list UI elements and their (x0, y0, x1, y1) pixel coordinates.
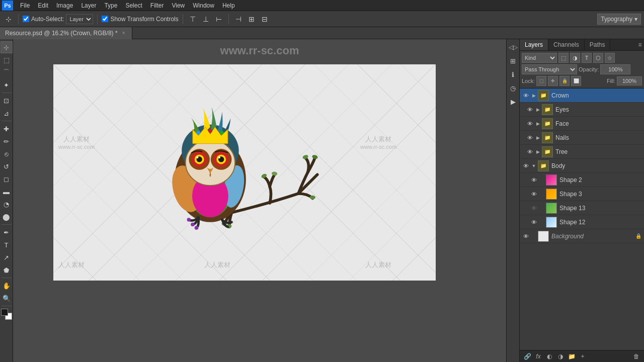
panel-collapse-icon[interactable]: ◁▷ (507, 41, 519, 53)
marquee-tool[interactable]: ⬚ (1, 54, 13, 66)
brush-tool[interactable]: ✏ (1, 135, 13, 147)
workspace-dropdown[interactable]: Typography ▾ (597, 14, 641, 25)
layer-item[interactable]: 👁 ▶ 📁 Crown (520, 88, 644, 103)
align-top-icon[interactable]: ⊤ (187, 14, 198, 25)
tab-layers[interactable]: Layers (520, 39, 548, 50)
layer-item[interactable]: 👁 ▶ 📁 Face (520, 117, 644, 131)
align-right-icon[interactable]: ⊟ (259, 14, 270, 25)
document-tab[interactable]: Resource.psd @ 16.2% (Crown, RGB/8) * × (0, 27, 132, 39)
document-tab-close[interactable]: × (121, 30, 127, 36)
layer-filter-dropdown[interactable]: Kind (522, 53, 557, 63)
filter-shape-icon[interactable]: ⬡ (593, 53, 603, 63)
eraser-tool[interactable]: ◻ (1, 173, 13, 185)
menu-select[interactable]: Select (121, 1, 146, 10)
panel-menu-button[interactable]: ≡ (636, 39, 644, 50)
history-brush-tool[interactable]: ↺ (1, 160, 13, 172)
color-swatches[interactable] (1, 309, 12, 320)
layer-add-btn[interactable]: + (578, 352, 587, 361)
menu-window[interactable]: Window (189, 1, 218, 10)
layer-item[interactable]: 👁 ▶ 📁 Nails (520, 131, 644, 145)
layer-item[interactable]: 👁 Background 🔒 (520, 229, 644, 243)
lock-artboard-btn[interactable]: ⬜ (571, 76, 581, 86)
blend-mode-dropdown[interactable]: Pass Through (522, 64, 577, 74)
fill-input[interactable] (617, 76, 642, 85)
dodge-tool[interactable]: ⬤ (1, 211, 13, 223)
layer-visibility-body[interactable]: 👁 (522, 162, 530, 170)
type-tool[interactable]: T (1, 239, 13, 251)
panel-actions-icon[interactable]: ▶ (507, 96, 519, 108)
path-select-tool[interactable]: ↗ (1, 251, 13, 263)
layer-item[interactable]: 👁 ▶ 📁 Tree (520, 145, 644, 159)
layer-item[interactable]: 👁 Shape 13 (520, 201, 644, 215)
layer-visibility-nails[interactable]: 👁 (526, 134, 534, 142)
layer-visibility-face[interactable]: 👁 (526, 120, 534, 128)
opacity-input[interactable] (600, 64, 630, 74)
zoom-tool[interactable]: 🔍 (1, 292, 13, 304)
menu-filter[interactable]: Filter (146, 1, 168, 10)
quick-select-tool[interactable]: ✦ (1, 79, 13, 91)
layer-item[interactable]: 👁 Shape 2 (520, 173, 644, 187)
hand-tool[interactable]: ✋ (1, 280, 13, 292)
eyedropper-tool[interactable]: ⊿ (1, 107, 13, 119)
layer-adjustment-btn[interactable]: ◑ (556, 352, 565, 361)
align-bottom-icon[interactable]: ⊢ (213, 14, 224, 25)
menu-edit[interactable]: Edit (34, 1, 52, 10)
layer-mask-btn[interactable]: ◐ (545, 352, 554, 361)
document-canvas[interactable]: 人人素材 www.rr-sc.com 人人素材 人人素材 www.rr-sc.c… (53, 64, 436, 281)
layer-folder-btn[interactable]: 📁 (567, 352, 576, 361)
move-tool-icon[interactable]: ⊹ (3, 14, 14, 25)
layer-expand-crown[interactable]: ▶ (531, 93, 537, 99)
layer-visibility-tree[interactable]: 👁 (526, 148, 534, 156)
layer-expand-body[interactable]: ▼ (531, 163, 537, 169)
menu-layer[interactable]: Layer (77, 1, 100, 10)
menu-type[interactable]: Type (100, 1, 121, 10)
show-transform-checkbox[interactable]: Show Transform Controls (102, 16, 178, 23)
filter-type-icon[interactable]: T (582, 53, 592, 63)
layer-item[interactable]: 👁 Shape 3 (520, 187, 644, 201)
tab-paths[interactable]: Paths (585, 39, 611, 50)
blur-tool[interactable]: ◔ (1, 198, 13, 210)
layer-item[interactable]: 👁 Shape 12 (520, 215, 644, 229)
shape-tool[interactable]: ⬟ (1, 264, 13, 276)
align-hcenter-icon[interactable]: ⊞ (246, 14, 257, 25)
layer-visibility-background[interactable]: 👁 (522, 232, 530, 240)
menu-help[interactable]: Help (218, 1, 239, 10)
filter-pixel-icon[interactable]: ⬚ (558, 53, 569, 63)
menu-image[interactable]: Image (52, 1, 77, 10)
canvas-area[interactable]: www.rr-sc.com 人人素材 www.rr-sc.com 人人素材 人人… (13, 39, 506, 362)
layer-expand-nails[interactable]: ▶ (535, 135, 541, 141)
lock-position-btn[interactable]: ✛ (548, 76, 558, 86)
layer-item[interactable]: 👁 ▶ 📁 Eyes (520, 103, 644, 117)
layer-expand-tree[interactable]: ▶ (535, 149, 541, 155)
panel-arrange-icon[interactable]: ⊞ (507, 55, 519, 67)
lock-all-btn[interactable]: 🔒 (559, 76, 570, 86)
layer-link-btn[interactable]: 🔗 (523, 352, 532, 361)
align-vcenter-icon[interactable]: ⊥ (200, 14, 211, 25)
crop-tool[interactable]: ⊡ (1, 95, 13, 107)
layer-visibility-shape3[interactable]: 👁 (530, 190, 538, 198)
auto-select-checkbox[interactable]: Auto-Select: (23, 16, 64, 23)
layer-delete-btn[interactable]: 🗑 (632, 352, 641, 361)
gradient-tool[interactable]: ▬ (1, 186, 13, 198)
move-tool[interactable]: ⊹ (1, 41, 13, 53)
tab-channels[interactable]: Channels (548, 39, 585, 50)
layer-visibility-eyes[interactable]: 👁 (526, 106, 534, 114)
filter-smart-icon[interactable]: ☆ (605, 53, 615, 63)
align-left-icon[interactable]: ⊣ (233, 14, 244, 25)
filter-adjustment-icon[interactable]: ◑ (570, 53, 580, 63)
layer-expand-eyes[interactable]: ▶ (535, 107, 541, 113)
layer-visibility-shape2[interactable]: 👁 (530, 176, 538, 184)
layer-expand-face[interactable]: ▶ (535, 121, 541, 127)
panel-info-icon[interactable]: ℹ (507, 68, 519, 80)
lock-pixels-btn[interactable]: ⬚ (536, 76, 546, 86)
foreground-color-swatch[interactable] (1, 309, 8, 316)
healing-tool[interactable]: ✚ (1, 123, 13, 135)
pen-tool[interactable]: ✒ (1, 226, 13, 238)
layer-item[interactable]: 👁 ▼ 📁 Body (520, 159, 644, 173)
layer-visibility-shape13[interactable]: 👁 (530, 204, 538, 212)
menu-file[interactable]: File (16, 1, 34, 10)
layer-visibility-crown[interactable]: 👁 (522, 92, 530, 100)
layer-fx-btn[interactable]: fx (534, 352, 543, 361)
layer-visibility-shape12[interactable]: 👁 (530, 218, 538, 226)
clone-tool[interactable]: ⎋ (1, 148, 13, 160)
